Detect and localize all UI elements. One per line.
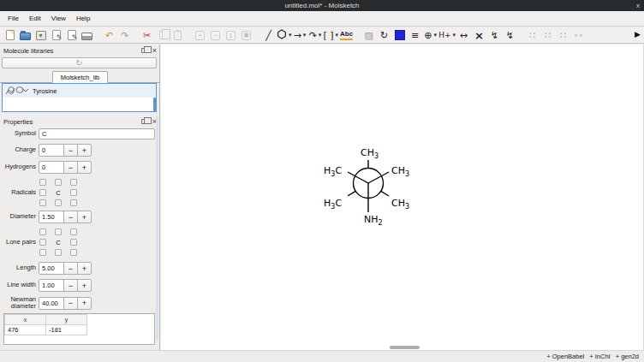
properties-panel-title: Properties: [3, 118, 33, 126]
properties-scrollbar[interactable]: [156, 116, 158, 341]
canvas-horizontal-scrollbar[interactable]: [390, 346, 420, 349]
menu-edit[interactable]: Edit: [24, 13, 46, 24]
length-increment-button[interactable]: +: [77, 262, 92, 275]
lone-pairs-checkbox[interactable]: [55, 249, 62, 256]
atom-label-lower-right[interactable]: CH3: [391, 198, 409, 211]
tab-molsketch-lib[interactable]: Molsketch_lib: [52, 71, 108, 83]
line-width-value-input[interactable]: 1.00: [39, 279, 64, 292]
toolbar-extension-icon[interactable]: ▶: [635, 30, 641, 39]
close-panel-icon[interactable]: ×: [152, 47, 157, 55]
molsketch-window: untitled.mol* - Molsketch x File Edit Vi…: [0, 0, 644, 362]
symbol-input[interactable]: C: [39, 128, 155, 139]
drawing-canvas[interactable]: CH3 H3C CH3 H3C CH3 NH2: [161, 45, 644, 350]
charge-tool-icon[interactable]: ⊕▾: [423, 28, 438, 43]
atom-label-lower-left[interactable]: H3C: [324, 198, 342, 211]
lone-pairs-checkbox[interactable]: [39, 249, 46, 256]
menu-view[interactable]: View: [46, 13, 71, 24]
print-icon[interactable]: [80, 28, 94, 43]
radicals-checkbox[interactable]: [55, 199, 62, 206]
zoom-out-icon: −: [208, 28, 223, 43]
radicals-checkbox[interactable]: [70, 189, 77, 196]
rotate-icon[interactable]: ↻: [377, 28, 391, 43]
radicals-checkbox[interactable]: [55, 179, 62, 186]
radicals-label: Radicals: [0, 189, 36, 196]
newman-diameter-decrement-button[interactable]: −: [63, 297, 78, 310]
ring-tool-dropdown-icon[interactable]: ▾: [289, 32, 292, 39]
charge-decrement-button[interactable]: −: [63, 144, 78, 157]
lone-pairs-checkbox[interactable]: [39, 228, 46, 235]
line-width-row: Line width1.00−+: [0, 279, 158, 292]
mechanism-arrow-tool-icon[interactable]: ↷▾: [308, 28, 323, 43]
menu-help[interactable]: Help: [71, 13, 95, 24]
radicals-checkbox[interactable]: [70, 199, 77, 206]
status-gen2d: + gen2d: [616, 353, 639, 360]
bracket-tool-dropdown-icon[interactable]: ▾: [336, 32, 339, 39]
hydrogens-value-input[interactable]: 0: [39, 161, 64, 174]
zoom-in-icon: +: [193, 28, 207, 43]
diameter-value-input[interactable]: 1.50: [39, 211, 64, 223]
mechanism-tool-2-icon[interactable]: ↯: [503, 28, 517, 43]
draw-tool-icon[interactable]: ╱: [261, 28, 276, 43]
coords-cell-x[interactable]: 476: [5, 325, 46, 335]
length-value-input[interactable]: 5.00: [39, 262, 64, 275]
radicals-checkbox[interactable]: [39, 199, 46, 206]
float-panel-icon[interactable]: [141, 48, 147, 53]
diameter-decrement-button[interactable]: −: [63, 211, 78, 223]
radicals-checkbox[interactable]: [70, 179, 77, 186]
new-file-icon[interactable]: [3, 28, 17, 43]
length-decrement-button[interactable]: −: [63, 262, 78, 275]
export-icon[interactable]: [64, 28, 79, 43]
save-icon[interactable]: [33, 28, 48, 43]
diameter-increment-button[interactable]: +: [77, 211, 92, 223]
float-panel-icon[interactable]: [141, 119, 147, 124]
library-list-scrollbar[interactable]: [153, 98, 156, 111]
line-width-icon[interactable]: ≡: [408, 28, 422, 43]
radicals-checkbox[interactable]: [39, 179, 46, 186]
lone-pairs-checkbox[interactable]: [55, 228, 62, 235]
bracket-tool-icon[interactable]: [ ]▾: [324, 28, 339, 43]
atom-label-upper-right[interactable]: CH3: [391, 165, 409, 178]
lone-pairs-checkbox[interactable]: [70, 239, 77, 246]
delete-icon[interactable]: ×: [472, 28, 486, 43]
lone-pairs-checkbox[interactable]: [70, 228, 77, 235]
refresh-library-button[interactable]: ↻: [2, 57, 157, 68]
lone-pairs-checkbox[interactable]: [70, 249, 77, 256]
hydrogen-tool-dropdown-icon[interactable]: ▾: [452, 32, 456, 39]
radicals-checkbox[interactable]: [39, 189, 46, 196]
newman-diameter-value-input[interactable]: 40.00: [39, 297, 64, 310]
save-as-icon[interactable]: [49, 28, 63, 43]
menu-file[interactable]: File: [3, 13, 24, 24]
library-tab-bar: Molsketch_lib: [0, 71, 160, 83]
reaction-arrow-tool-dropdown-icon[interactable]: ▾: [303, 32, 307, 39]
coords-row: 476-181: [5, 325, 87, 335]
mechanism-arrow-tool-dropdown-icon[interactable]: ▾: [319, 32, 322, 39]
line-width-decrement-button[interactable]: −: [63, 279, 78, 292]
line-width-increment-button[interactable]: +: [77, 279, 92, 292]
coords-cell-y[interactable]: -181: [46, 325, 87, 335]
cut-icon[interactable]: ✂: [140, 28, 154, 43]
hydrogen-tool-icon[interactable]: H+▾: [438, 28, 456, 43]
text-tool-icon[interactable]: Abc: [339, 28, 354, 43]
close-window-icon[interactable]: x: [636, 0, 640, 11]
open-file-icon[interactable]: [18, 28, 33, 43]
atom-label-bottom[interactable]: NH2: [364, 214, 383, 227]
hydrogens-row: Hydrogens0−+: [0, 161, 158, 174]
charge-increment-button[interactable]: +: [77, 144, 92, 157]
radicals-row: RadicalsC: [0, 178, 158, 207]
undo-icon[interactable]: ↶: [102, 28, 116, 43]
list-item-tyrosine[interactable]: Tyrosine: [3, 84, 156, 98]
zoom-original-icon: 1: [224, 28, 238, 43]
ring-tool-icon[interactable]: ▾: [277, 28, 292, 43]
hydrogens-increment-button[interactable]: +: [77, 161, 92, 174]
flip-icon[interactable]: ↔: [456, 28, 471, 43]
reaction-arrow-tool-icon[interactable]: →▾: [293, 28, 307, 43]
atom-label-upper-left[interactable]: H3C: [324, 165, 342, 178]
newman-diameter-increment-button[interactable]: +: [77, 297, 92, 310]
color-picker-icon[interactable]: [392, 28, 407, 43]
charge-value-input[interactable]: 0: [39, 144, 64, 157]
mechanism-tool-1-icon[interactable]: ↯: [487, 28, 502, 43]
hydrogens-decrement-button[interactable]: −: [63, 161, 78, 174]
charge-tool-dropdown-icon[interactable]: ▾: [433, 32, 437, 39]
lone-pairs-checkbox[interactable]: [39, 239, 46, 246]
atom-label-top[interactable]: CH3: [361, 147, 379, 160]
